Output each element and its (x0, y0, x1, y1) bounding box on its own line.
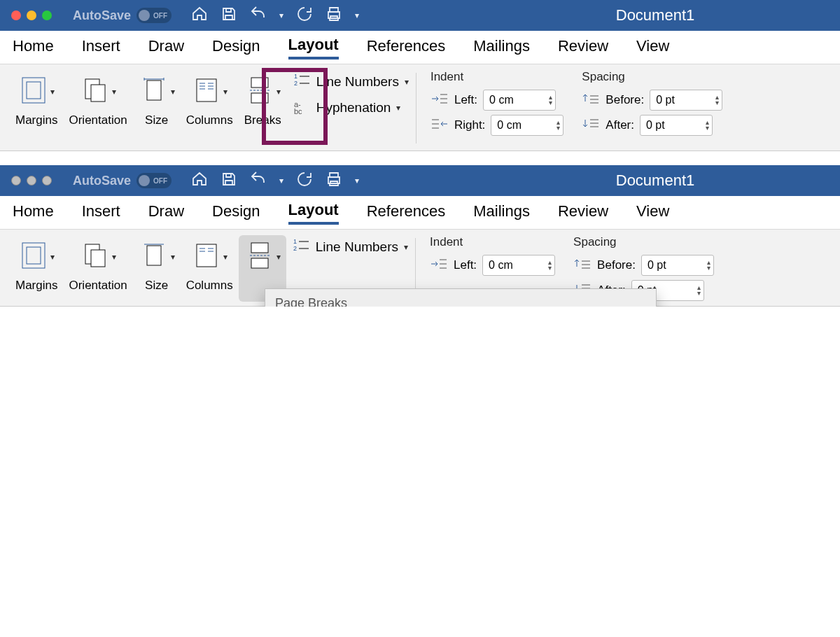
quick-toolbar: ▾ ▾ (191, 171, 359, 191)
orientation-icon (80, 75, 111, 109)
indent-left-field[interactable]: 0 cm▴▾ (483, 90, 556, 111)
print-icon[interactable] (326, 171, 342, 191)
indent-spacing-group: Indent Left: 0 cm▴▾ Right: 0 cm▴▾ Spacin… (424, 70, 722, 146)
tab-mailings[interactable]: Mailings (473, 37, 530, 58)
close-icon[interactable] (11, 10, 21, 20)
svg-rect-42 (197, 244, 216, 267)
autosave-toggle[interactable]: OFF (136, 8, 172, 23)
svg-rect-8 (197, 79, 216, 102)
undo-icon[interactable] (250, 171, 267, 191)
spacing-heading: Spacing (582, 70, 722, 84)
tab-references[interactable]: References (367, 37, 446, 58)
highlight-breaks (262, 68, 328, 145)
tab-draw[interactable]: Draw (148, 37, 184, 58)
undo-dropdown-icon[interactable]: ▾ (279, 10, 284, 20)
svg-text:2: 2 (293, 245, 297, 252)
redo-icon[interactable] (296, 171, 313, 191)
columns-button[interactable]: ▾ Columns (181, 70, 239, 146)
tab-draw[interactable]: Draw (148, 202, 184, 223)
svg-rect-1 (27, 82, 41, 99)
svg-rect-4 (147, 80, 161, 100)
home-icon[interactable] (191, 171, 208, 191)
tab-insert[interactable]: Insert (82, 37, 120, 58)
window-1: AutoSave OFF ▾ ▾ Document1 Home Insert D… (0, 0, 840, 151)
tab-home[interactable]: Home (13, 37, 54, 58)
tab-review[interactable]: Review (558, 37, 608, 58)
columns-button[interactable]: ▾ Columns (181, 235, 239, 302)
spacing-before-field[interactable]: 0 pt▴▾ (650, 90, 722, 111)
size-button[interactable]: ▾ Size (133, 235, 181, 302)
minimize-icon[interactable] (27, 176, 36, 186)
traffic-lights[interactable] (11, 10, 52, 20)
customize-qat-icon[interactable]: ▾ (355, 10, 359, 20)
autosave[interactable]: AutoSave OFF (73, 173, 172, 188)
margins-icon (18, 240, 49, 274)
tab-layout[interactable]: Layout (288, 36, 339, 59)
breaks-icon (244, 240, 275, 274)
undo-dropdown-icon[interactable]: ▾ (279, 176, 284, 186)
spacing-before-label: Before: (606, 93, 644, 107)
spacing-after-icon (582, 117, 600, 134)
ribbon-tabs: Home Insert Draw Design Layout Reference… (0, 196, 840, 230)
save-icon[interactable] (220, 171, 237, 191)
close-icon[interactable] (11, 176, 21, 186)
autosave-label: AutoSave (73, 174, 131, 188)
autosave-toggle[interactable]: OFF (136, 173, 172, 188)
size-button[interactable]: ▾ Size (133, 70, 181, 146)
spacing-after-field[interactable]: 0 pt▴▾ (640, 115, 713, 136)
svg-text:1: 1 (293, 238, 297, 245)
tab-references[interactable]: References (367, 202, 446, 223)
size-icon (139, 75, 169, 109)
svg-rect-37 (27, 247, 41, 264)
save-icon[interactable] (220, 6, 237, 26)
svg-rect-39 (91, 250, 105, 267)
svg-rect-36 (22, 243, 45, 268)
spacing-before-field[interactable]: 0 pt▴▾ (641, 255, 714, 276)
tab-home[interactable]: Home (13, 202, 54, 223)
home-icon[interactable] (191, 6, 208, 26)
margins-button[interactable]: ▾ Margins (10, 235, 63, 302)
maximize-icon[interactable] (42, 10, 52, 20)
orientation-icon (80, 240, 111, 274)
columns-icon (191, 75, 222, 109)
tab-view[interactable]: View (636, 37, 669, 58)
tab-design[interactable]: Design (212, 37, 260, 58)
indent-right-icon (430, 117, 449, 134)
print-icon[interactable] (326, 6, 342, 26)
orientation-button[interactable]: ▾ Orientation (63, 70, 132, 146)
line-numbers-button[interactable]: 12 Line Numbers▾ (293, 237, 408, 257)
spacing-before-icon (573, 257, 592, 274)
document-title: Document1 (616, 6, 695, 24)
orientation-button[interactable]: ▾ Orientation (63, 235, 132, 302)
redo-icon[interactable] (296, 6, 313, 26)
spacing-heading: Spacing (573, 235, 714, 249)
tab-view[interactable]: View (636, 202, 669, 223)
indent-heading: Indent (430, 235, 555, 249)
svg-rect-40 (147, 246, 161, 265)
tab-insert[interactable]: Insert (82, 202, 120, 223)
size-icon (139, 240, 169, 274)
window-2: AutoSave OFF ▾ ▾ Document1 Home Insert D… (0, 165, 840, 307)
autosave[interactable]: AutoSave OFF (73, 8, 172, 23)
indent-left-icon (430, 257, 448, 274)
traffic-lights[interactable] (11, 176, 52, 186)
maximize-icon[interactable] (42, 176, 52, 186)
svg-rect-3 (91, 85, 105, 102)
spacing-before-icon (582, 92, 600, 109)
svg-rect-0 (22, 78, 45, 103)
customize-qat-icon[interactable]: ▾ (355, 176, 359, 186)
ribbon-tabs: Home Insert Draw Design Layout Reference… (0, 31, 840, 64)
tab-mailings[interactable]: Mailings (473, 202, 530, 223)
minimize-icon[interactable] (27, 10, 36, 20)
autosave-label: AutoSave (73, 8, 131, 23)
tab-design[interactable]: Design (212, 202, 260, 223)
indent-right-label: Right: (454, 118, 485, 132)
titlebar: AutoSave OFF ▾ ▾ Document1 (0, 165, 840, 196)
tab-review[interactable]: Review (558, 202, 608, 223)
margins-button[interactable]: ▾ Margins (10, 70, 63, 146)
indent-left-field[interactable]: 0 cm▴▾ (482, 255, 555, 276)
ribbon: ▾ Margins ▾ Orientation ▾ Size ▾ Columns… (0, 64, 840, 151)
tab-layout[interactable]: Layout (288, 201, 339, 225)
undo-icon[interactable] (250, 6, 267, 26)
indent-right-field[interactable]: 0 cm▴▾ (491, 115, 564, 136)
